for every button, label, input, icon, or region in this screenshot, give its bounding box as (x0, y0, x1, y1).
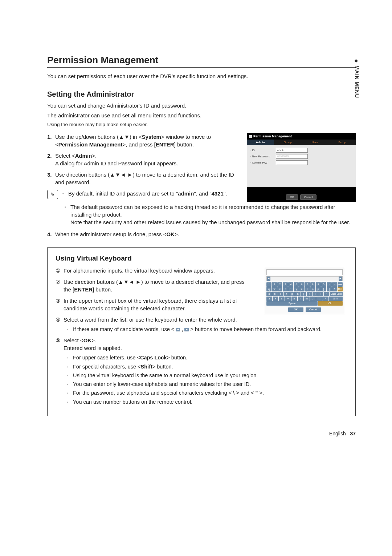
vkb-step4-note: If there are many of candidate words, us… (67, 326, 347, 333)
vkb-cand-left-icon[interactable]: ◄ (267, 277, 270, 281)
vkb-key[interactable]: \ (332, 287, 337, 291)
dvr-cancel-button[interactable]: Cancel (300, 194, 317, 200)
dvr-fields: · ID admin · New Password ************ ·… (247, 145, 356, 187)
admin-p1: You can set and change Administrator's I… (47, 102, 356, 109)
vkb-candidate-bar: ◄ ► (266, 276, 343, 281)
note-change-password: The default password can be exposed to a… (65, 203, 356, 226)
step-3: Use direction buttons (▲▼◄ ►) to move to… (47, 171, 236, 186)
vkb-key[interactable]: = (332, 282, 337, 287)
vkb-key[interactable]: b (291, 297, 297, 301)
vkb-key[interactable]: p (316, 287, 321, 291)
vkb-key[interactable]: ' (324, 292, 329, 296)
vkb-row-3: a s d f g h j k l ; ' Caps Lock (266, 292, 343, 296)
vkb-key[interactable]: s (272, 292, 278, 296)
vkb-key[interactable]: n (298, 297, 303, 301)
vkb-key[interactable]: / (322, 297, 328, 301)
vkb-key[interactable]: h (295, 292, 301, 296)
dvr-ok-button[interactable]: OK (286, 194, 298, 200)
dvr-confirmpw-label: · Confirm P/W (250, 161, 276, 164)
virtual-keyboard-box: Using Virtual Keyboard ①For alphanumeric… (47, 247, 356, 416)
step-2: Select <Admin>. A dialog for Admin ID an… (47, 152, 236, 167)
vkb-key[interactable]: 0 (321, 282, 326, 287)
vkb-key[interactable]: 2 (277, 282, 282, 287)
vkb-key[interactable]: 7 (305, 282, 310, 287)
dvr-confirmpw-input[interactable] (276, 160, 308, 165)
vkb-key[interactable]: ] (327, 287, 332, 291)
vkb-key[interactable]: 5 (294, 282, 299, 287)
vkb-key[interactable]: ; (318, 292, 324, 296)
vkb-tip-userid: You can enter only lower-case alphabets … (67, 380, 347, 388)
vkb-key[interactable]: d (278, 292, 283, 296)
admin-heading: Setting the Administrator (47, 90, 356, 98)
person-icon (249, 135, 252, 138)
vkb-key[interactable]: g (289, 292, 295, 296)
vkb-heading: Using Virtual Keyboard (56, 254, 347, 262)
vkb-key[interactable]: 4 (288, 282, 293, 287)
vkb-key-shift[interactable]: Shift (328, 297, 343, 301)
vkb-key[interactable]: l (313, 292, 318, 296)
dvr-tab-group[interactable]: Group (274, 140, 301, 145)
vkb-key[interactable]: [ (321, 287, 326, 291)
vkb-key[interactable]: o (310, 287, 315, 291)
vkb-key[interactable]: w (272, 287, 277, 291)
vkb-key[interactable]: y (294, 287, 299, 291)
step-1: Use the up/down buttons (▲▼) in <System>… (47, 133, 236, 148)
vkb-tip-password: For the password, use alphabets and spec… (67, 389, 347, 396)
side-tab-dot: ● (353, 59, 360, 63)
vkb-key[interactable]: v (285, 297, 291, 301)
vkb-key[interactable]: - (327, 282, 332, 287)
left-arrow-chip-icon: ◄ (176, 328, 180, 331)
vkb-key[interactable]: u (299, 287, 304, 291)
vkb-row-2: q w e r t y u i o p [ ] \ Del (266, 287, 343, 291)
vkb-step-3: ③In the upper text input box of the virt… (56, 297, 253, 312)
vkb-key[interactable]: , (310, 297, 316, 301)
dvr-newpw-input[interactable]: ************ (276, 154, 308, 159)
vkb-key[interactable]: c (279, 297, 285, 301)
vkb-ok-button[interactable]: OK (288, 307, 303, 312)
vkb-key[interactable]: z (266, 297, 272, 301)
vkb-key[interactable]: 9 (316, 282, 321, 287)
vkb-key[interactable]: a (266, 292, 272, 296)
vkb-key-capslock[interactable]: Caps Lock (330, 292, 343, 296)
vkb-cand-right-icon[interactable]: ► (339, 277, 342, 281)
vkb-key[interactable]: j (301, 292, 306, 296)
vkb-key[interactable]: x (273, 297, 278, 301)
vkb-key[interactable]: e (277, 287, 282, 291)
vkb-key[interactable]: i (305, 287, 310, 291)
dvr-id-label: · ID (250, 149, 276, 152)
vkb-display[interactable] (266, 269, 343, 275)
dvr-screenshot: Permission Management Admin Group User S… (247, 133, 356, 202)
vkb-screenshot: ◄ ► ` 1 2 3 4 5 6 7 8 9 0 (264, 267, 345, 314)
vkb-key-backspace[interactable]: ⟵ (338, 282, 343, 287)
vkb-row-1: ` 1 2 3 4 5 6 7 8 9 0 - = ⟵ (266, 282, 343, 287)
vkb-step-5: ⑤ Select <OK>. Entered word is applied. … (56, 337, 347, 406)
vkb-key[interactable]: . (316, 297, 322, 301)
vkb-tip-caps: For upper case letters, use <Caps Lock> … (67, 354, 347, 361)
vkb-key[interactable]: 3 (283, 282, 288, 287)
vkb-key[interactable]: r (283, 287, 288, 291)
vkb-step-2: ② Use direction buttons (▲▼◄ ►) to move … (56, 278, 253, 293)
dvr-tab-user[interactable]: User (301, 140, 328, 145)
vkb-key[interactable]: f (284, 292, 289, 296)
vkb-key[interactable]: 1 (272, 282, 277, 287)
vkb-key[interactable]: k (307, 292, 312, 296)
vkb-key-ctrl[interactable]: Ctrl (318, 301, 343, 306)
side-tab: ●MAIN MENU (352, 59, 360, 98)
vkb-key[interactable]: q (266, 287, 271, 291)
vkb-key-del[interactable]: Del (338, 287, 343, 291)
vkb-key-space[interactable]: Space (266, 301, 318, 306)
vkb-key[interactable]: 6 (299, 282, 304, 287)
vkb-key[interactable]: t (288, 287, 293, 291)
side-tab-label: MAIN MENU (354, 65, 360, 98)
vkb-tip-region: Using the virtual keyboard is the same t… (67, 372, 347, 379)
vkb-key[interactable]: 8 (310, 282, 315, 287)
vkb-key[interactable]: ` (266, 282, 271, 287)
vkb-cancel-button[interactable]: Cancel (306, 307, 321, 312)
dvr-newpw-label: · New Password (250, 155, 276, 158)
dvr-tab-admin[interactable]: Admin (247, 140, 274, 145)
section-intro: You can set permissions of each user ove… (47, 73, 356, 80)
vkb-key[interactable]: m (304, 297, 310, 301)
dvr-tab-setup[interactable]: Setup (328, 140, 356, 145)
vkb-tip-shift: For special characters, use <Shift> butt… (67, 363, 347, 370)
dvr-id-input[interactable]: admin (276, 148, 308, 153)
